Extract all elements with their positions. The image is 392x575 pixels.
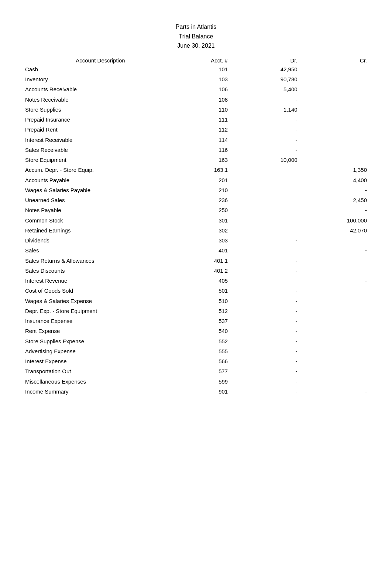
table-body: Cash10142,950Inventory10390,780Accounts … [22, 64, 370, 397]
cell-cr [300, 115, 370, 125]
table-row: Sales Discounts401.2- [22, 266, 370, 276]
table-row: Prepaid Insurance111- [22, 115, 370, 125]
cell-dr: - [231, 356, 300, 366]
cell-cr [300, 266, 370, 276]
cell-dr: 1,140 [231, 105, 300, 115]
cell-desc: Interest Receivable [22, 135, 179, 145]
cell-cr: - [300, 205, 370, 215]
table-row: Income Summary901-- [22, 387, 370, 397]
cell-cr [300, 105, 370, 115]
cell-cr: 2,450 [300, 195, 370, 205]
cell-desc: Sales Receivable [22, 145, 179, 155]
table-row: Sales Receivable116- [22, 145, 370, 155]
cell-acct: 112 [179, 125, 231, 135]
cell-desc: Store Supplies Expense [22, 336, 179, 346]
cell-cr [300, 256, 370, 266]
cell-desc: Store Supplies [22, 105, 179, 115]
table-row: Miscellaneous Expenses599- [22, 377, 370, 387]
cell-desc: Accounts Payable [22, 175, 179, 185]
cell-cr: - [300, 245, 370, 255]
cell-desc: Common Stock [22, 215, 179, 225]
cell-acct: 405 [179, 276, 231, 286]
cell-cr [300, 377, 370, 387]
col-header-desc: Account Description [22, 57, 179, 64]
cell-cr [300, 95, 370, 105]
cell-cr [300, 235, 370, 245]
cell-dr: 42,950 [231, 64, 300, 74]
col-header-acct: Acct. # [179, 57, 231, 64]
table-row: Sales401- [22, 245, 370, 255]
cell-cr [300, 296, 370, 306]
cell-dr [231, 185, 300, 195]
cell-cr [300, 336, 370, 346]
cell-cr [300, 356, 370, 366]
table-row: Notes Payable250- [22, 205, 370, 215]
company-name: Parts in Atlantis [22, 22, 370, 32]
cell-acct: 114 [179, 135, 231, 145]
table-row: Rent Expense540- [22, 326, 370, 336]
cell-desc: Sales [22, 245, 179, 255]
cell-desc: Transportation Out [22, 366, 179, 376]
table-row: Interest Receivable114- [22, 135, 370, 145]
cell-desc: Cost of Goods Sold [22, 286, 179, 296]
cell-dr: - [231, 135, 300, 145]
cell-cr [300, 135, 370, 145]
cell-acct: 303 [179, 235, 231, 245]
cell-desc: Wages & Salaries Expense [22, 296, 179, 306]
cell-acct: 250 [179, 205, 231, 215]
table-row: Store Supplies Expense552- [22, 336, 370, 346]
cell-desc: Notes Payable [22, 205, 179, 215]
cell-acct: 101 [179, 64, 231, 74]
cell-dr: - [231, 306, 300, 316]
cell-acct: 103 [179, 74, 231, 84]
cell-desc: Retained Earnings [22, 225, 179, 235]
cell-dr: - [231, 316, 300, 326]
cell-acct: 599 [179, 377, 231, 387]
cell-acct: 401.1 [179, 256, 231, 266]
cell-desc: Interest Revenue [22, 276, 179, 286]
cell-acct: 110 [179, 105, 231, 115]
cell-desc: Miscellaneous Expenses [22, 377, 179, 387]
cell-acct: 210 [179, 185, 231, 195]
cell-desc: Prepaid Insurance [22, 115, 179, 125]
cell-dr: 10,000 [231, 155, 300, 165]
cell-cr: - [300, 387, 370, 397]
cell-desc: Depr. Exp. - Store Equipment [22, 306, 179, 316]
table-row: Common Stock301100,000 [22, 215, 370, 225]
cell-acct: 236 [179, 195, 231, 205]
cell-acct: 555 [179, 346, 231, 356]
table-row: Notes Receivable108- [22, 95, 370, 105]
cell-cr [300, 366, 370, 376]
table-row: Store Supplies1101,140 [22, 105, 370, 115]
cell-dr: - [231, 95, 300, 105]
table-row: Unearned Sales2362,450 [22, 195, 370, 205]
cell-dr: - [231, 296, 300, 306]
cell-dr [231, 195, 300, 205]
cell-acct: 201 [179, 175, 231, 185]
cell-desc: Prepaid Rent [22, 125, 179, 135]
cell-acct: 901 [179, 387, 231, 397]
cell-cr [300, 306, 370, 316]
cell-dr [231, 205, 300, 215]
cell-desc: Dividends [22, 235, 179, 245]
cell-cr [300, 326, 370, 336]
col-header-cr: Cr. [300, 57, 370, 64]
table-row: Prepaid Rent112- [22, 125, 370, 135]
cell-acct: 111 [179, 115, 231, 125]
cell-acct: 512 [179, 306, 231, 316]
cell-dr: 5,400 [231, 84, 300, 94]
table-row: Interest Expense566- [22, 356, 370, 366]
cell-desc: Income Summary [22, 387, 179, 397]
cell-dr [231, 175, 300, 185]
cell-desc: Notes Receivable [22, 95, 179, 105]
cell-dr: - [231, 377, 300, 387]
table-row: Cost of Goods Sold501- [22, 286, 370, 296]
cell-cr: - [300, 276, 370, 286]
cell-cr: - [300, 185, 370, 195]
cell-dr: - [231, 387, 300, 397]
col-header-dr: Dr. [231, 57, 300, 64]
cell-acct: 401.2 [179, 266, 231, 276]
cell-dr [231, 215, 300, 225]
cell-cr: 42,070 [300, 225, 370, 235]
cell-desc: Insurance Expense [22, 316, 179, 326]
